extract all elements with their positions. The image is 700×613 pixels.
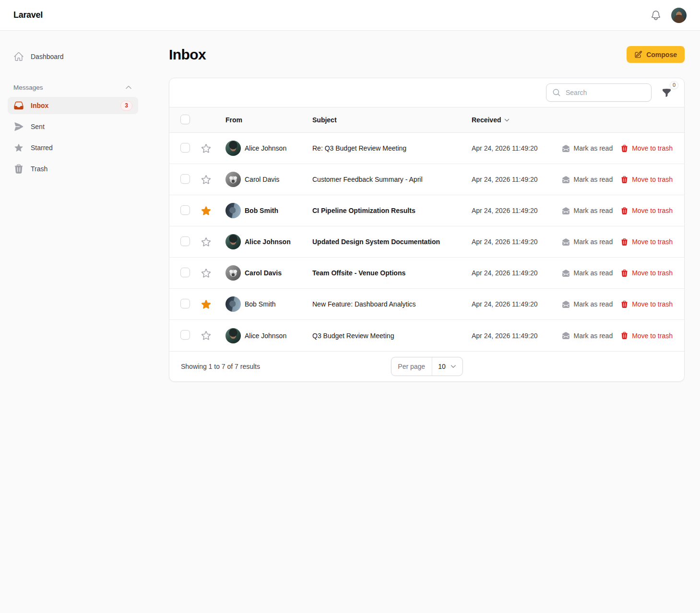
mark-as-read-label: Mark as read <box>573 176 613 183</box>
email-subject: Re: Q3 Budget Review Meeting <box>312 144 406 152</box>
mark-as-read-button[interactable]: Mark as read <box>562 331 613 340</box>
received-timestamp: Apr 24, 2026 11:49:20 <box>472 332 538 340</box>
sidebar-item-starred[interactable]: Starred <box>8 139 138 156</box>
mark-as-read-label: Mark as read <box>573 207 613 214</box>
received-timestamp: Apr 24, 2026 11:49:20 <box>472 300 538 308</box>
table-row[interactable]: Carol Davis Customer Feedback Summary - … <box>169 164 684 195</box>
inbox-table-card: 0 From Subject Received <box>169 78 685 382</box>
mark-as-read-button[interactable]: Mark as read <box>562 269 613 277</box>
sidebar-item-sent[interactable]: Sent <box>8 118 138 135</box>
sidebar-group-messages: Messages <box>8 83 138 91</box>
mark-as-read-button[interactable]: Mark as read <box>562 300 613 308</box>
move-to-trash-button[interactable]: Move to trash <box>620 269 673 277</box>
main-content: Inbox Compose <box>146 31 700 397</box>
envelope-open-icon <box>562 176 570 184</box>
mark-as-read-button[interactable]: Mark as read <box>562 144 613 153</box>
pencil-square-icon <box>634 50 642 59</box>
table-row[interactable]: Alice Johnson Re: Q3 Budget Review Meeti… <box>169 133 684 164</box>
notifications-button[interactable] <box>650 10 662 21</box>
sidebar-item-dashboard[interactable]: Dashboard <box>8 48 138 65</box>
email-subject: New Feature: Dashboard Analytics <box>312 300 416 308</box>
chevron-up-icon <box>125 83 132 91</box>
per-page-select[interactable]: 10 <box>432 357 463 376</box>
table-rows: Alice Johnson Re: Q3 Budget Review Meeti… <box>169 133 684 351</box>
trash-icon <box>13 164 24 174</box>
select-all-checkbox[interactable] <box>180 115 190 124</box>
chevron-down-icon <box>504 117 510 123</box>
row-checkbox[interactable] <box>180 174 190 184</box>
mark-as-read-label: Mark as read <box>573 238 613 246</box>
envelope-open-icon <box>562 144 570 153</box>
sidebar-item-label: Sent <box>31 123 45 130</box>
star-toggle-icon[interactable] <box>201 330 212 341</box>
star-toggle-icon[interactable] <box>201 236 212 248</box>
sidebar-item-label: Inbox <box>31 102 48 109</box>
trash-icon <box>620 331 629 340</box>
topbar: Laravel <box>0 0 700 31</box>
sender-name: Carol Davis <box>245 176 279 183</box>
move-to-trash-button[interactable]: Move to trash <box>620 238 673 246</box>
sidebar-messages-list: Inbox 3 Sent Starred <box>8 97 138 177</box>
sidebar-item-inbox[interactable]: Inbox 3 <box>8 97 138 114</box>
trash-icon <box>620 238 629 246</box>
filter-count-badge: 0 <box>670 81 678 89</box>
star-toggle-icon[interactable] <box>201 205 212 216</box>
compose-button[interactable]: Compose <box>627 46 685 63</box>
table-row[interactable]: Carol Davis Team Offsite - Venue Options… <box>169 258 684 289</box>
received-timestamp: Apr 24, 2026 11:49:20 <box>472 238 538 246</box>
mark-as-read-label: Mark as read <box>573 269 613 277</box>
search-icon <box>552 88 561 97</box>
per-page-control: Per page 10 <box>391 357 463 376</box>
table-row[interactable]: Bob Smith New Feature: Dashboard Analyti… <box>169 289 684 320</box>
table-row[interactable]: Alice Johnson Updated Design System Docu… <box>169 226 684 258</box>
funnel-icon <box>662 88 672 98</box>
move-to-trash-button[interactable]: Move to trash <box>620 207 673 215</box>
move-to-trash-button[interactable]: Move to trash <box>620 331 673 340</box>
sender-avatar <box>225 265 241 281</box>
row-checkbox[interactable] <box>180 236 190 246</box>
sender-name: Bob Smith <box>245 207 278 214</box>
row-checkbox[interactable] <box>180 205 190 215</box>
sender-name: Alice Johnson <box>245 238 291 246</box>
column-header-received[interactable]: Received <box>468 116 559 124</box>
move-to-trash-button[interactable]: Move to trash <box>620 144 673 153</box>
sender-avatar <box>225 172 241 187</box>
mark-as-read-button[interactable]: Mark as read <box>562 176 613 184</box>
table-row[interactable]: Alice Johnson Q3 Budget Review Meeting A… <box>169 320 684 351</box>
star-toggle-icon[interactable] <box>201 299 212 310</box>
move-to-trash-label: Move to trash <box>632 207 673 214</box>
row-checkbox[interactable] <box>180 268 190 277</box>
move-to-trash-label: Move to trash <box>632 300 673 308</box>
table-row[interactable]: Bob Smith CI Pipeline Optimization Resul… <box>169 195 684 226</box>
star-toggle-icon[interactable] <box>201 143 212 154</box>
per-page-value: 10 <box>438 363 446 370</box>
group-collapse-button[interactable] <box>125 83 132 91</box>
row-checkbox[interactable] <box>180 143 190 153</box>
sidebar: Dashboard Messages Inbox 3 <box>0 31 146 189</box>
email-subject: Team Offsite - Venue Options <box>312 269 405 277</box>
row-checkbox[interactable] <box>180 299 190 308</box>
sender-name: Bob Smith <box>245 300 276 308</box>
mark-as-read-button[interactable]: Mark as read <box>562 238 613 246</box>
search-input[interactable] <box>565 88 645 97</box>
star-icon <box>13 142 24 153</box>
column-header-from[interactable]: From <box>215 116 309 124</box>
star-toggle-icon[interactable] <box>201 174 212 185</box>
move-to-trash-label: Move to trash <box>632 269 673 277</box>
email-subject: Q3 Budget Review Meeting <box>312 332 394 340</box>
star-toggle-icon[interactable] <box>201 268 212 279</box>
mark-as-read-button[interactable]: Mark as read <box>562 207 613 215</box>
move-to-trash-button[interactable]: Move to trash <box>620 300 673 308</box>
move-to-trash-button[interactable]: Move to trash <box>620 176 673 184</box>
search-box <box>546 83 652 102</box>
sidebar-item-trash[interactable]: Trash <box>8 160 138 177</box>
trash-icon <box>620 269 629 277</box>
compose-button-label: Compose <box>646 51 677 59</box>
sender-name: Alice Johnson <box>245 332 286 340</box>
row-checkbox[interactable] <box>180 330 190 340</box>
trash-icon <box>620 144 629 153</box>
chevron-down-icon <box>450 363 457 370</box>
user-avatar[interactable] <box>671 8 687 23</box>
sidebar-item-label: Trash <box>31 165 47 173</box>
column-header-subject[interactable]: Subject <box>309 116 468 124</box>
